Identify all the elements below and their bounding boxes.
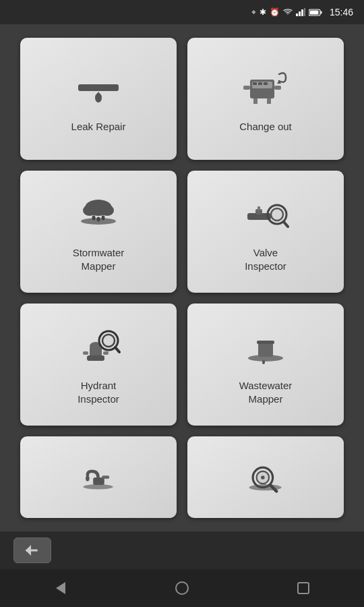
svg-rect-1 bbox=[299, 11, 301, 16]
svg-point-24 bbox=[92, 215, 96, 220]
svg-rect-13 bbox=[258, 82, 262, 85]
search-map-icon bbox=[245, 457, 286, 498]
svg-line-32 bbox=[284, 222, 288, 227]
leak-repair-label: Leak Repair bbox=[71, 120, 126, 134]
svg-rect-6 bbox=[309, 10, 318, 14]
svg-point-39 bbox=[102, 335, 115, 347]
stormwater-mapper-tile[interactable]: StormwaterMapper bbox=[20, 171, 177, 293]
hydrant-inspector-icon bbox=[75, 325, 122, 372]
leak-repair-tile[interactable]: Leak Repair bbox=[20, 38, 177, 160]
status-bar: ⌖ ✱ ⏰ bbox=[0, 0, 364, 24]
svg-rect-7 bbox=[78, 84, 119, 91]
svg-point-25 bbox=[97, 216, 100, 221]
alarm-icon: ⏰ bbox=[270, 7, 280, 17]
svg-rect-34 bbox=[87, 355, 104, 361]
hydrant-inspector-tile[interactable]: HydrantInspector bbox=[20, 304, 177, 426]
nav-back-button[interactable] bbox=[53, 581, 68, 596]
svg-rect-36 bbox=[83, 351, 88, 355]
svg-rect-57 bbox=[26, 550, 38, 552]
wastewater-mapper-icon bbox=[242, 325, 289, 372]
svg-rect-14 bbox=[264, 82, 268, 85]
wastewater-mapper-tile[interactable]: WastewaterMapper bbox=[187, 304, 344, 426]
location-icon: ⌖ bbox=[251, 7, 256, 17]
bluetooth-icon: ✱ bbox=[260, 7, 266, 17]
bottom-bar bbox=[0, 531, 364, 569]
svg-rect-2 bbox=[301, 9, 303, 16]
wastewater-mapper-label: WastewaterMapper bbox=[239, 379, 293, 405]
svg-rect-16 bbox=[274, 86, 281, 90]
svg-point-55 bbox=[261, 475, 265, 480]
nav-bar bbox=[0, 569, 364, 607]
change-out-tile[interactable]: Change out bbox=[187, 38, 344, 160]
stormwater-mapper-label: StormwaterMapper bbox=[73, 246, 125, 272]
svg-rect-17 bbox=[253, 98, 257, 104]
battery-icon bbox=[309, 9, 322, 16]
svg-rect-3 bbox=[304, 8, 305, 16]
svg-point-46 bbox=[83, 484, 113, 489]
app-grid: Leak Repair bbox=[20, 38, 344, 518]
svg-point-45 bbox=[262, 360, 265, 364]
svg-marker-9 bbox=[95, 92, 102, 96]
svg-point-26 bbox=[102, 215, 105, 220]
status-icons: ⌖ ✱ ⏰ bbox=[251, 7, 353, 18]
svg-rect-29 bbox=[257, 206, 260, 210]
svg-rect-0 bbox=[296, 13, 298, 16]
svg-rect-48 bbox=[102, 475, 109, 479]
svg-point-31 bbox=[271, 208, 283, 221]
svg-point-59 bbox=[176, 582, 188, 594]
svg-rect-5 bbox=[320, 11, 322, 13]
main-content: Leak Repair bbox=[0, 24, 364, 531]
nav-recents-button[interactable] bbox=[296, 581, 311, 596]
svg-point-21 bbox=[83, 205, 96, 216]
back-button[interactable] bbox=[13, 538, 51, 563]
svg-point-22 bbox=[100, 205, 114, 216]
wifi-icon bbox=[283, 9, 293, 16]
valve-inspector-label: ValveInspector bbox=[245, 246, 286, 272]
tile-7[interactable] bbox=[20, 436, 177, 518]
svg-rect-12 bbox=[253, 82, 257, 85]
valve-inspector-tile[interactable]: ValveInspector bbox=[187, 171, 344, 293]
svg-marker-58 bbox=[56, 582, 65, 594]
status-time: 15:46 bbox=[330, 7, 353, 18]
leak-repair-icon bbox=[75, 66, 122, 113]
valve-inspector-icon bbox=[242, 192, 289, 239]
svg-rect-15 bbox=[243, 86, 250, 90]
svg-rect-18 bbox=[267, 98, 271, 104]
nav-home-button[interactable] bbox=[175, 581, 189, 596]
svg-rect-43 bbox=[257, 341, 274, 344]
water-tap-icon bbox=[78, 457, 119, 498]
signal-icon bbox=[296, 8, 305, 16]
svg-line-40 bbox=[115, 347, 119, 352]
stormwater-mapper-icon bbox=[75, 192, 122, 239]
hydrant-inspector-label: HydrantInspector bbox=[78, 379, 119, 405]
svg-rect-42 bbox=[258, 342, 273, 357]
svg-rect-37 bbox=[103, 351, 109, 355]
svg-rect-60 bbox=[298, 583, 309, 594]
tile-8[interactable] bbox=[187, 436, 344, 518]
change-out-label: Change out bbox=[239, 120, 292, 134]
change-out-icon bbox=[242, 66, 289, 113]
